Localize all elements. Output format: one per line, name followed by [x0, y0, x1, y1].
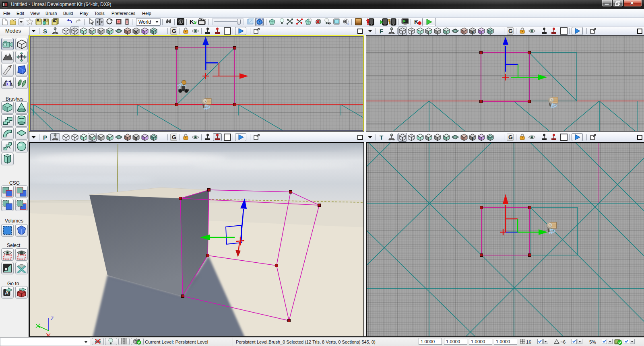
svg-text:Z: Z [51, 316, 54, 321]
svg-text:$: $ [135, 136, 137, 140]
svg-text:L: L [7, 82, 9, 86]
svg-text:S: S [549, 224, 551, 227]
svg-text:S: S [551, 99, 553, 102]
svg-text:S: S [204, 100, 206, 103]
svg-text:$: $ [135, 30, 137, 34]
svg-text:$: $ [471, 30, 474, 34]
svg-text:$: $ [471, 136, 474, 140]
svg-text:T: T [20, 55, 23, 59]
